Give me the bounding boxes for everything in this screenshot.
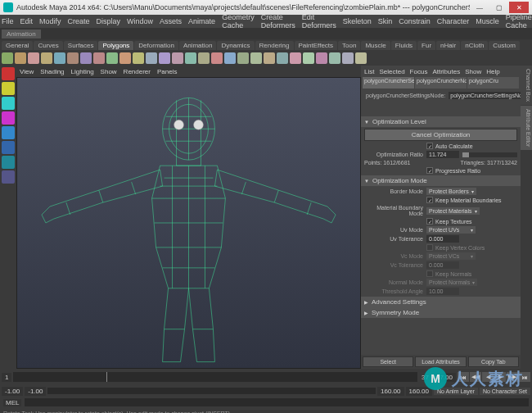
shelf-icon-16[interactable] [211, 52, 223, 64]
shelf-icon-19[interactable] [250, 52, 262, 64]
shelf-icon-15[interactable] [198, 52, 210, 64]
range-min-field[interactable]: -1.00 [25, 387, 46, 396]
close-button[interactable]: ✕ [509, 2, 529, 13]
menu-animate[interactable]: Animate [188, 17, 215, 25]
step-fwd-button[interactable]: ▶▶ [507, 372, 518, 382]
shelf-icon-8[interactable] [106, 52, 118, 64]
shelf-icon-20[interactable] [264, 52, 275, 64]
menu-window[interactable]: Window [127, 17, 153, 25]
time-start[interactable]: 1 [2, 373, 11, 382]
command-input[interactable] [25, 398, 529, 406]
section-symmetry[interactable]: Symmetry Mode [361, 307, 521, 318]
shelf-icon-24[interactable] [316, 52, 327, 64]
shelf-icon-13[interactable] [172, 52, 183, 64]
time-end-field[interactable]: 37.00 [433, 373, 456, 382]
attr-tab-2[interactable]: polygonCru [467, 77, 519, 88]
viewport[interactable] [16, 77, 361, 369]
shelf-icon-12[interactable] [159, 52, 170, 64]
tool-1[interactable] [2, 82, 15, 95]
menu-skin[interactable]: Skin [378, 17, 393, 25]
shelf-icon-1[interactable] [15, 52, 26, 64]
viewport-menu-show[interactable]: Show [101, 68, 117, 75]
channel-box-tab[interactable]: Channel Box [521, 66, 532, 105]
shelf-icon-7[interactable] [93, 52, 105, 64]
shelf-icon-2[interactable] [28, 52, 39, 64]
cancel-optimization-button[interactable]: Cancel Optimization [364, 129, 517, 141]
menu-create-deformers[interactable]: Create Deformers [261, 13, 295, 30]
shelf-tab-animation[interactable]: Animation [179, 41, 217, 50]
maximize-button[interactable]: ▢ [489, 2, 509, 13]
shelf-tab-muscle[interactable]: Muscle [361, 41, 390, 50]
tool-0[interactable] [2, 67, 15, 80]
script-language-label[interactable]: MEL [3, 399, 21, 406]
viewport-menu-shading[interactable]: Shading [40, 68, 64, 75]
shelf-icon-4[interactable] [54, 52, 65, 64]
shelf-icon-11[interactable] [146, 52, 157, 64]
shelf-icon-0[interactable] [2, 52, 13, 64]
tool-7[interactable] [2, 170, 15, 184]
shelf-tab-fluids[interactable]: Fluids [391, 41, 417, 50]
play-back-button[interactable]: ◀ [482, 372, 494, 382]
progressive-ratio-checkbox[interactable]: Progressive Ratio [426, 167, 480, 174]
minimize-button[interactable]: — [470, 2, 489, 13]
menu-geometry-cache[interactable]: Geometry Cache [222, 13, 255, 30]
menu-modify[interactable]: Modify [39, 17, 61, 25]
attr-tab-1[interactable]: polygonCruncherNode2 [415, 77, 467, 88]
uv-mode-dropdown[interactable]: Protect UVs [426, 226, 476, 234]
border-mode-dropdown[interactable]: Protect Borders [426, 188, 476, 195]
shelf-tab-custom[interactable]: Custom [489, 41, 520, 50]
menu-file[interactable]: File [2, 17, 14, 25]
viewport-menu-renderer[interactable]: Renderer [124, 68, 151, 75]
go-end-button[interactable]: ⏭ [519, 372, 530, 382]
range-max-field[interactable]: 160.00 [377, 387, 404, 396]
module-selector[interactable]: Animation [2, 30, 41, 39]
shelf-icon-17[interactable] [224, 52, 236, 64]
section-optimization-level[interactable]: Optimization Level [361, 116, 521, 127]
menu-edit-deformers[interactable]: Edit Deformers [302, 13, 336, 30]
shelf-icon-22[interactable] [290, 52, 301, 64]
shelf-icon-10[interactable] [133, 52, 144, 64]
tool-5[interactable] [2, 141, 15, 154]
shelf-tab-rendering[interactable]: Rendering [255, 41, 294, 50]
shelf-icon-23[interactable] [303, 52, 314, 64]
time-track[interactable] [13, 372, 417, 382]
attr-menu-selected[interactable]: Selected [379, 68, 404, 75]
keep-vertex-colors-checkbox[interactable]: Keep Vertex Colors [426, 244, 485, 251]
viewport-menu-panels[interactable]: Panels [157, 68, 177, 75]
tool-3[interactable] [2, 111, 15, 125]
range-track[interactable] [47, 388, 376, 394]
attr-menu-list[interactable]: List [364, 68, 374, 75]
viewport-menu-lighting[interactable]: Lighting [71, 68, 94, 75]
shelf-tab-polygons[interactable]: Polygons [98, 41, 133, 50]
shelf-icon-26[interactable] [342, 52, 354, 64]
tool-4[interactable] [2, 126, 15, 139]
anim-layer-dropdown[interactable]: No Anim Layer [434, 388, 478, 395]
shelf-icon-27[interactable] [355, 52, 367, 64]
section-advanced[interactable]: Advanced Settings [361, 297, 521, 307]
shelf-tab-ncloth[interactable]: nCloth [461, 41, 488, 50]
opt-ratio-slider[interactable] [462, 152, 517, 157]
node-name-field[interactable]: polygonCruncherSettingsNode1 [449, 92, 532, 99]
tool-6[interactable] [2, 156, 15, 169]
range-end-field[interactable]: 160.00 [406, 387, 432, 396]
keep-textures-checkbox[interactable]: Keep Textures [426, 218, 472, 225]
shelf-tab-dynamics[interactable]: Dynamics [217, 41, 254, 50]
menu-skeleton[interactable]: Skeleton [343, 17, 372, 25]
section-optimization-mode[interactable]: Optimization Mode [361, 175, 521, 186]
material-mode-dropdown[interactable]: Protect Materials [426, 207, 480, 215]
shelf-icon-3[interactable] [41, 52, 52, 64]
menu-edit[interactable]: Edit [20, 17, 34, 25]
shelf-tab-toon[interactable]: Toon [338, 41, 360, 50]
attr-menu-attributes[interactable]: Attributes [432, 68, 460, 75]
auto-calculate-checkbox[interactable]: Auto Calculate [426, 143, 473, 149]
viewport-menu-view[interactable]: View [20, 68, 34, 75]
opt-ratio-field[interactable]: 11.724 [426, 151, 459, 158]
character-set-dropdown[interactable]: No Character Set [480, 388, 530, 395]
go-start-button[interactable]: ⏮ [458, 372, 469, 382]
shelf-icon-6[interactable] [80, 52, 92, 64]
shelf-icon-18[interactable] [237, 52, 249, 64]
attr-menu-help[interactable]: Help [486, 68, 499, 75]
select-button[interactable]: Select [363, 356, 413, 367]
menu-character[interactable]: Character [437, 17, 470, 25]
shelf-tab-nhair[interactable]: nHair [436, 41, 460, 50]
